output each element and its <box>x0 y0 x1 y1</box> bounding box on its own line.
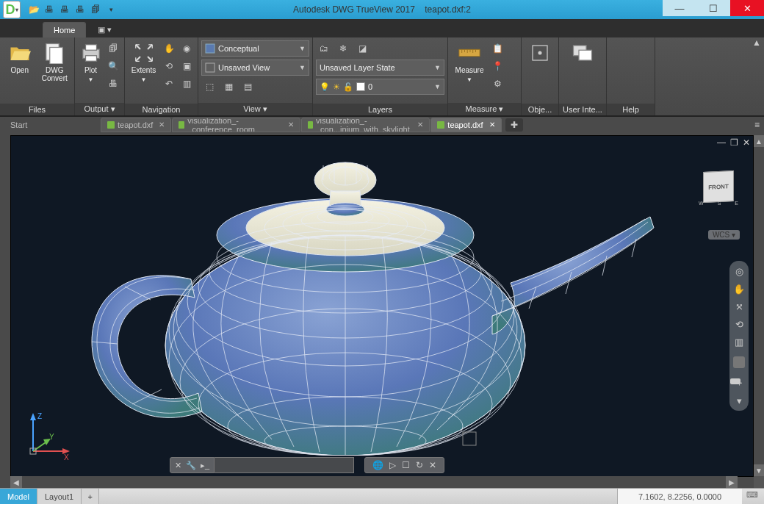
viewcube-compass[interactable]: WSE <box>696 201 741 212</box>
panel-title-output[interactable]: Output ▾ <box>75 103 124 115</box>
nav-more-icon[interactable]: ▾ <box>733 395 745 406</box>
pan-icon[interactable]: ✋ <box>733 283 745 295</box>
visual-style-dropdown[interactable]: Conceptual▼ <box>201 40 309 57</box>
open-button[interactable]: Open <box>3 40 37 76</box>
toggle-refresh-icon[interactable]: ↻ <box>416 460 423 470</box>
steering-wheel-icon[interactable]: ◎ <box>733 265 745 277</box>
orbit-icon[interactable]: ⟲ <box>161 58 177 74</box>
qat-plot-preview-icon[interactable]: 🖶 <box>57 2 72 17</box>
scroll-corner <box>754 476 764 488</box>
command-input[interactable] <box>215 457 354 473</box>
close-tab-icon[interactable]: ✕ <box>417 121 423 129</box>
ribbon-collapse-button[interactable]: ▲ <box>749 37 764 115</box>
nav-extra-icon[interactable]: ▥ <box>179 76 195 92</box>
file-tab[interactable]: teapot.dxf✕ <box>101 118 171 132</box>
app-menu-button[interactable]: D▾ <box>3 1 21 18</box>
panel-title-view[interactable]: View ▾ <box>198 103 312 115</box>
view-cube[interactable]: FRONT WSE <box>696 167 740 211</box>
cmd-history-icon[interactable]: ▸_ <box>201 461 209 470</box>
ribbon-tab-home[interactable]: Home <box>43 22 86 37</box>
panel-title-help[interactable]: Help <box>607 104 655 115</box>
new-tab-button[interactable]: ✚ <box>505 118 523 132</box>
scroll-right-icon[interactable]: ▶ <box>726 476 738 488</box>
qat-batch-icon[interactable]: 🗐 <box>88 2 103 17</box>
layer-props-icon[interactable]: 🗂 <box>316 40 332 57</box>
units-icon[interactable]: ⚙ <box>489 76 505 92</box>
show-motion-icon[interactable]: ▥ <box>733 336 745 348</box>
close-tab-icon[interactable]: ✕ <box>288 121 294 129</box>
file-tab-strip: Start teapot.dxf✕ visualization_-_confer… <box>0 116 764 132</box>
panel-ui: User Inte... <box>558 37 607 115</box>
scroll-left-icon[interactable]: ◀ <box>10 476 22 488</box>
layer-current-dropdown[interactable]: 💡☀🔓 0▼ <box>316 79 444 95</box>
view-join-icon[interactable]: ▤ <box>239 79 256 95</box>
minimize-button[interactable]: — <box>663 0 696 16</box>
cmd-close-icon[interactable]: ✕ <box>175 461 181 470</box>
viewcube-face-front[interactable]: FRONT <box>703 170 734 203</box>
qat-more-icon[interactable]: ▾ <box>104 2 118 17</box>
viewport-close-icon[interactable]: ✕ <box>743 137 750 148</box>
start-tab[interactable]: Start <box>4 118 100 132</box>
extents-button[interactable]: Extents▼ <box>128 40 159 85</box>
panel-title-ui[interactable]: User Inte... <box>559 104 606 115</box>
svg-rect-11 <box>579 50 592 60</box>
close-button[interactable]: ✕ <box>730 0 764 16</box>
scroll-down-icon[interactable]: ▼ <box>754 464 764 476</box>
object-snap-button[interactable] <box>525 40 555 65</box>
qat-open-icon[interactable]: 📂 <box>26 2 41 17</box>
panel-title-measure[interactable]: Measure ▾ <box>448 103 521 115</box>
plot-button[interactable]: Plot▼ <box>78 40 104 85</box>
close-tab-icon[interactable]: ✕ <box>159 121 165 129</box>
zoom-previous-icon[interactable]: ↶ <box>161 76 177 92</box>
command-line: ✕ 🔧 ▸_ 🌐 ▷ ☐ ↻ ✕ <box>170 457 444 473</box>
named-view-dropdown[interactable]: Unsaved View▼ <box>201 60 309 76</box>
measure-button[interactable]: Measure▼ <box>451 40 488 85</box>
id-point-icon[interactable]: 📍 <box>489 58 505 74</box>
vertical-scrollbar[interactable]: ▲ ▼ <box>754 135 764 476</box>
dwg-convert-button[interactable]: DWG Convert <box>38 40 72 84</box>
pan-icon[interactable]: ✋ <box>161 40 177 57</box>
layer-freeze-icon[interactable]: ❄ <box>335 40 351 57</box>
svg-rect-4 <box>85 56 96 62</box>
batch-plot-icon[interactable]: 🖶 <box>105 76 121 92</box>
layout-tab[interactable]: Layout1 <box>37 489 82 504</box>
list-icon[interactable]: 📋 <box>489 40 505 57</box>
tab-overflow-icon[interactable]: ≡ <box>754 120 760 130</box>
layer-state-dropdown[interactable]: Unsaved Layer State▼ <box>316 60 444 76</box>
file-tab[interactable]: visualization_-_con...inium_with_skyligh… <box>301 118 430 132</box>
ribbon-tab-extras[interactable]: ▣ ▾ <box>87 22 122 37</box>
plot-preview-icon[interactable]: 🔍 <box>105 58 121 74</box>
horizontal-scrollbar[interactable]: ◀ ▶ <box>10 476 738 488</box>
view-manager-icon[interactable]: ⬚ <box>201 79 217 95</box>
viewport-minimize-icon[interactable]: — <box>717 137 726 148</box>
viewport-maximize-icon[interactable]: ❐ <box>730 137 738 148</box>
zoom-slider[interactable] <box>733 356 745 368</box>
show-motion-icon[interactable]: ▣ <box>179 58 195 74</box>
layer-isolate-icon[interactable]: ◪ <box>354 40 370 57</box>
toggle-box-icon[interactable]: ☐ <box>402 460 410 470</box>
toggle-play-icon[interactable]: ▷ <box>389 460 396 470</box>
svg-text:Y: Y <box>49 433 54 441</box>
close-tab-icon[interactable]: ✕ <box>489 121 495 129</box>
qat-publish-icon[interactable]: 🖶 <box>73 2 87 17</box>
page-setup-icon[interactable]: 🗐 <box>105 40 121 57</box>
model-tab[interactable]: Model <box>0 489 37 504</box>
file-tab[interactable]: visualization_-_conference_room✕ <box>172 118 300 132</box>
orbit-icon[interactable]: ⟲ <box>733 318 745 330</box>
scroll-up-icon[interactable]: ▲ <box>754 135 764 147</box>
cmd-customize-icon[interactable]: 🔧 <box>186 461 196 470</box>
viewport-config-icon[interactable]: ▦ <box>220 79 237 95</box>
user-interface-button[interactable] <box>562 40 603 65</box>
wcs-badge[interactable]: WCS ▾ <box>708 230 740 240</box>
toggle-globe-icon[interactable]: 🌐 <box>372 460 383 470</box>
steering-wheel-icon[interactable]: ◉ <box>179 40 195 57</box>
add-layout-button[interactable]: + <box>82 489 99 504</box>
toggle-close-icon[interactable]: ✕ <box>429 460 436 470</box>
panel-title-object[interactable]: Obje... <box>522 104 558 115</box>
maximize-button[interactable]: ☐ <box>696 0 730 16</box>
zoom-extents-icon[interactable]: ⤧ <box>733 301 745 312</box>
file-tab[interactable]: teapot.dxf✕ <box>430 118 501 132</box>
input-language-icon[interactable]: ⌨ <box>746 490 760 503</box>
viewport[interactable]: — ❐ ✕ <box>10 135 754 477</box>
qat-plot-icon[interactable]: 🖶 <box>42 2 57 17</box>
